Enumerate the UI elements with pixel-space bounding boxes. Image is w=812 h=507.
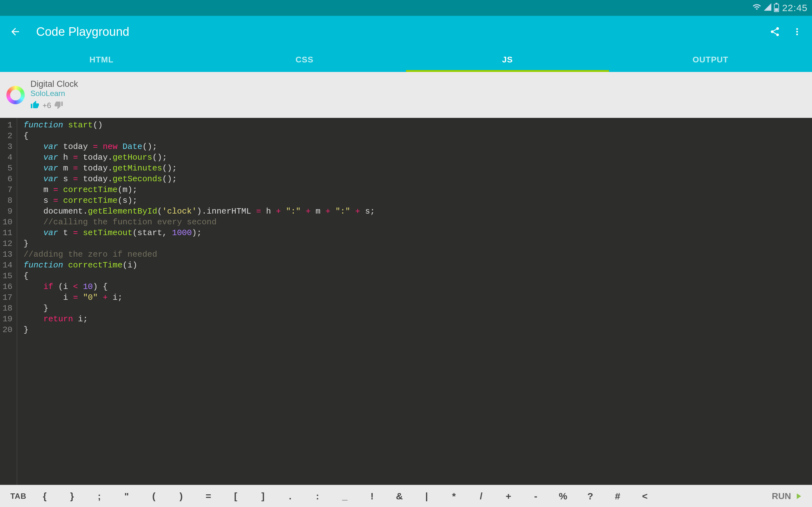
tab-js[interactable]: JS: [406, 48, 609, 72]
run-button[interactable]: RUN: [768, 491, 806, 501]
key-![interactable]: !: [358, 491, 386, 502]
key-}[interactable]: }: [58, 491, 86, 502]
key-[[interactable]: [: [222, 491, 249, 502]
key--[interactable]: -: [522, 491, 549, 502]
thumb-down-icon[interactable]: [54, 101, 63, 111]
key-%[interactable]: %: [549, 491, 577, 502]
key-&[interactable]: &: [386, 491, 413, 502]
android-status-bar: 22:45: [0, 0, 812, 16]
code-area[interactable]: function start(){ var today = new Date()…: [17, 118, 375, 485]
thumb-up-icon[interactable]: [31, 101, 39, 111]
key-#[interactable]: #: [604, 491, 631, 502]
back-arrow-icon[interactable]: [9, 26, 21, 38]
tab-output[interactable]: OUTPUT: [609, 48, 812, 72]
project-author[interactable]: SoloLearn: [31, 89, 78, 98]
line-gutter: 1234567891011121314151617181920: [0, 118, 17, 485]
key-*[interactable]: *: [440, 491, 467, 502]
key-([interactable]: (: [140, 491, 167, 502]
key-+[interactable]: +: [495, 491, 522, 502]
key-)[interactable]: ): [167, 491, 195, 502]
status-time: 22:45: [782, 3, 808, 13]
tabs-bar: HTMLCSSJSOUTPUT: [0, 48, 812, 72]
more-icon[interactable]: [792, 26, 803, 37]
key-;[interactable]: ;: [86, 491, 113, 502]
tab-html[interactable]: HTML: [0, 48, 203, 72]
wifi-icon: [752, 3, 761, 14]
tab-css[interactable]: CSS: [203, 48, 406, 72]
app-bar: Code Playground: [0, 16, 812, 48]
key-?[interactable]: ?: [577, 491, 604, 502]
project-title: Digital Clock: [31, 79, 78, 89]
key-<[interactable]: <: [631, 491, 658, 502]
key-"[interactable]: ": [113, 491, 140, 502]
share-icon[interactable]: [769, 26, 780, 37]
key-][interactable]: ]: [249, 491, 276, 502]
code-editor[interactable]: 1234567891011121314151617181920 function…: [0, 118, 812, 485]
key-_[interactable]: _: [331, 491, 358, 502]
project-bar: Digital Clock SoloLearn +6: [0, 72, 812, 118]
signal-icon: [763, 3, 772, 14]
key-|[interactable]: |: [413, 491, 440, 502]
sololearn-logo-icon: [6, 86, 25, 104]
key-.[interactable]: .: [276, 491, 304, 502]
key-=[interactable]: =: [195, 491, 222, 502]
battery-icon: [774, 4, 779, 12]
key-:[interactable]: :: [304, 491, 331, 502]
symbol-toolbar: TAB{};"()=[].:_!&|*/+-%?#<RUN: [0, 485, 812, 507]
app-title: Code Playground: [36, 25, 758, 39]
vote-count: +6: [43, 101, 51, 110]
key-{[interactable]: {: [31, 491, 58, 502]
key-/[interactable]: /: [467, 491, 495, 502]
key-tab[interactable]: TAB: [6, 492, 31, 501]
